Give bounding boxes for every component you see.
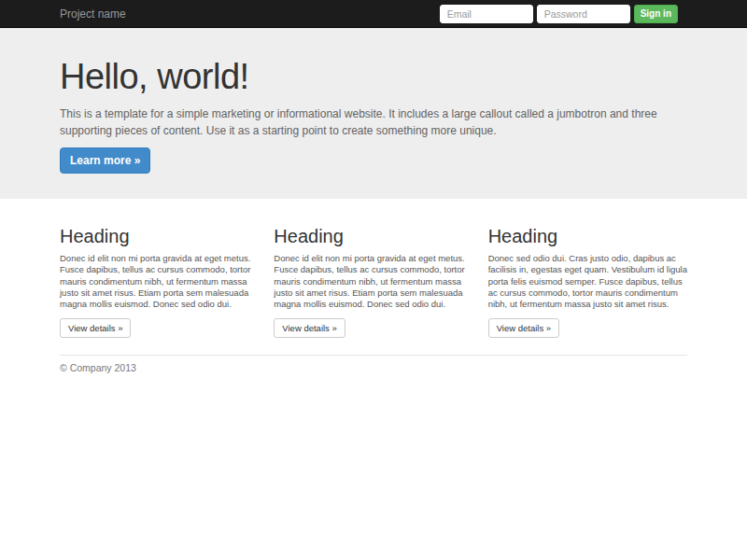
signin-button[interactable]: Sign in — [634, 5, 678, 23]
marketing-columns: Heading Donec id elit non mi porta gravi… — [60, 226, 687, 339]
navbar: Project name Sign in — [0, 0, 747, 28]
footer: © Company 2013 — [60, 362, 687, 373]
column-body-text: Donec id elit non mi porta gravida at eg… — [60, 253, 259, 310]
marketing-column-1: Heading Donec id elit non mi porta gravi… — [60, 226, 259, 339]
marketing-column-3: Heading Donec sed odio dui. Cras justo o… — [488, 226, 687, 339]
column-heading: Heading — [274, 226, 472, 246]
navbar-brand[interactable]: Project name — [60, 7, 126, 21]
view-details-button-1[interactable]: View details » — [60, 318, 131, 338]
learn-more-button[interactable]: Learn more » — [60, 147, 150, 174]
column-heading: Heading — [488, 226, 687, 246]
signin-form: Sign in — [440, 5, 678, 23]
copyright-text: © Company 2013 — [60, 362, 687, 373]
view-details-button-3[interactable]: View details » — [488, 318, 559, 338]
footer-divider — [60, 355, 687, 356]
column-heading: Heading — [60, 226, 259, 246]
column-body-text: Donec sed odio dui. Cras justo odio, dap… — [488, 253, 687, 310]
marketing-column-2: Heading Donec id elit non mi porta gravi… — [274, 226, 472, 339]
jumbotron-description: This is a template for a simple marketin… — [60, 105, 687, 139]
navbar-container: Project name Sign in — [60, 0, 687, 27]
jumbotron: Hello, world! This is a template for a s… — [0, 28, 747, 199]
jumbotron-container: Hello, world! This is a template for a s… — [60, 57, 687, 174]
email-field[interactable] — [440, 5, 533, 23]
password-field[interactable] — [537, 5, 630, 23]
view-details-button-2[interactable]: View details » — [274, 318, 345, 338]
page-title: Hello, world! — [60, 57, 687, 97]
column-body-text: Donec id elit non mi porta gravida at eg… — [274, 253, 472, 310]
main-content: Heading Donec id elit non mi porta gravi… — [60, 226, 687, 374]
